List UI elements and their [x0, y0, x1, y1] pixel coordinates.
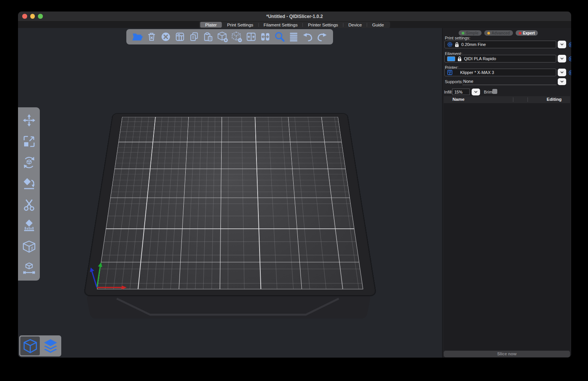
filament-edit-button[interactable]	[568, 55, 571, 62]
3d-editor-view-button[interactable]	[20, 337, 40, 355]
paint-on-supports-tool-button[interactable]	[21, 218, 37, 233]
add-instance-button[interactable]	[216, 31, 229, 43]
seam-painting-tool-button[interactable]	[21, 239, 37, 255]
delete-button[interactable]	[145, 31, 158, 43]
slice-now-button[interactable]: Slice now	[444, 351, 570, 357]
gear-icon	[568, 56, 572, 62]
chevron-down-icon	[474, 90, 478, 94]
delete-all-button[interactable]	[160, 31, 172, 43]
rotate-icon	[22, 156, 36, 169]
3d-view-cube-icon	[22, 338, 38, 354]
app-window: *Untitled - QIDISlicer-1.0.2 Plater Prin…	[18, 11, 571, 358]
remove-instance-button[interactable]	[230, 31, 243, 43]
paste-icon	[203, 31, 214, 42]
open-folder-icon	[132, 31, 143, 43]
paint-on-supports-icon	[22, 219, 36, 233]
tab-guide[interactable]: Guide	[367, 22, 389, 28]
gizmo-toolbar	[18, 107, 40, 281]
supports-dropdown-button[interactable]	[558, 78, 566, 85]
gear-icon	[568, 70, 572, 76]
filament-combo[interactable]: QIDI PLA Rapido	[444, 55, 556, 62]
print-settings-label: Print settings:	[445, 36, 470, 40]
measure-icon	[22, 261, 36, 275]
tab-strip: Plater Print Settings Filament Settings …	[18, 21, 571, 28]
tab-print-settings[interactable]: Print Settings	[222, 22, 258, 28]
print-settings-dropdown-button[interactable]	[558, 41, 566, 48]
print-settings-combo[interactable]: 0.20mm Fine	[444, 41, 556, 48]
infill-value-field[interactable]: 15%	[452, 89, 470, 95]
cut-tool-button[interactable]	[21, 197, 37, 212]
open-project-button[interactable]	[131, 31, 144, 43]
paste-button[interactable]	[202, 31, 214, 43]
place-on-face-tool-button[interactable]	[21, 176, 37, 191]
view-mode-toggle	[19, 335, 61, 356]
undo-button[interactable]	[302, 31, 314, 43]
axes-indicator	[88, 261, 132, 294]
filament-dropdown-button[interactable]	[558, 55, 566, 62]
variable-layer-height-icon	[288, 31, 299, 42]
mode-expert-button[interactable]: Expert	[516, 30, 538, 36]
variable-layer-height-button[interactable]	[287, 31, 300, 43]
seam-painting-icon	[22, 240, 36, 254]
scale-tool-button[interactable]	[21, 134, 37, 149]
search-button[interactable]	[273, 31, 286, 43]
column-separator	[513, 97, 513, 102]
gear-icon	[447, 42, 452, 47]
redo-button[interactable]	[316, 31, 328, 43]
chevron-down-icon	[560, 70, 564, 75]
3d-viewport[interactable]	[18, 28, 442, 358]
split-to-parts-icon	[260, 31, 271, 42]
undo-icon	[302, 31, 314, 43]
printer-combo[interactable]: Klipper * X-MAX 3	[444, 69, 556, 76]
delete-trash-icon	[146, 31, 157, 42]
move-tool-button[interactable]	[21, 113, 37, 128]
tab-printer-settings[interactable]: Printer Settings	[303, 22, 343, 28]
print-settings-edit-button[interactable]	[568, 41, 571, 48]
copy-icon	[189, 31, 199, 42]
split-to-parts-button[interactable]	[259, 31, 271, 43]
mode-selector: Simple Advanced Expert	[459, 30, 538, 36]
object-list-header: Name Editing	[444, 96, 570, 103]
filament-value: QIDI PLA Rapido	[464, 56, 496, 61]
brim-checkbox[interactable]	[492, 89, 497, 94]
split-to-objects-button[interactable]	[245, 31, 257, 43]
mode-advanced-button[interactable]: Advanced	[484, 30, 513, 36]
x-axis-arrow	[122, 286, 127, 289]
supports-combo[interactable]: None	[462, 78, 557, 85]
desktop-background: *Untitled - QIDISlicer-1.0.2 Plater Prin…	[0, 0, 588, 381]
window-title: *Untitled - QIDISlicer-1.0.2	[18, 14, 571, 19]
redo-icon	[316, 31, 328, 43]
name-column-header: Name	[452, 97, 464, 102]
add-instance-icon	[217, 31, 228, 43]
chevron-down-icon	[560, 79, 564, 84]
main-area: Simple Advanced Expert Print settings:	[18, 28, 571, 358]
printer-dropdown-button[interactable]	[558, 69, 566, 76]
infill-dropdown-button[interactable]	[472, 89, 480, 95]
measure-tool-button[interactable]	[21, 260, 37, 276]
arrange-button[interactable]	[174, 31, 186, 43]
copy-button[interactable]	[188, 31, 200, 43]
editing-column-header: Editing	[547, 97, 562, 102]
layers-icon	[42, 338, 59, 355]
remove-instance-icon	[231, 31, 242, 43]
object-list[interactable]	[444, 103, 570, 350]
split-to-objects-icon	[246, 31, 256, 42]
supports-label: Supports:	[445, 79, 463, 84]
mode-simple-button[interactable]: Simple	[459, 30, 482, 36]
tab-plater[interactable]: Plater	[200, 22, 222, 28]
rotate-tool-button[interactable]	[21, 155, 37, 170]
printer-edit-button[interactable]	[568, 69, 571, 76]
build-plate-grid[interactable]	[97, 117, 363, 289]
preview-layers-view-button[interactable]	[41, 337, 60, 355]
column-separator	[528, 97, 528, 102]
delete-all-icon	[160, 31, 171, 42]
tab-filament-settings[interactable]: Filament Settings	[259, 22, 303, 28]
arrange-icon	[175, 31, 185, 42]
chevron-down-icon	[560, 56, 564, 61]
tab-device[interactable]: Device	[343, 22, 367, 28]
scale-icon	[22, 135, 36, 148]
move-icon	[22, 113, 36, 127]
plater-toolbar	[126, 29, 333, 44]
print-settings-value: 0.20mm Fine	[461, 42, 486, 47]
search-icon	[274, 31, 285, 43]
